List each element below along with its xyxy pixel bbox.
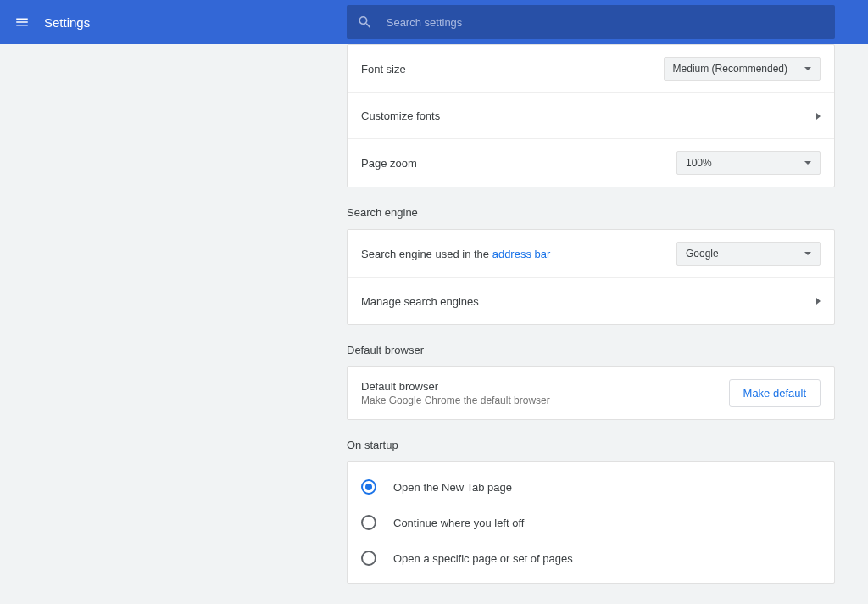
settings-content: Font size Medium (Recommended) Customize…: [347, 44, 835, 604]
startup-option-new-tab[interactable]: Open the New Tab page: [348, 469, 834, 505]
manage-search-engines-label: Manage search engines: [361, 295, 479, 308]
search-engine-section-title: Search engine: [347, 206, 835, 219]
startup-option-continue[interactable]: Continue where you left off: [348, 505, 834, 540]
search-engine-used-label: Search engine used in the address bar: [361, 248, 550, 260]
chevron-down-icon: [804, 67, 811, 70]
header-bar: Settings: [0, 0, 868, 44]
startup-opt3-label: Open a specific page or set of pages: [393, 552, 573, 565]
search-container: [347, 5, 835, 39]
search-engine-used-prefix: Search engine used in the: [361, 248, 492, 260]
chevron-down-icon: [804, 252, 811, 255]
page-zoom-value: 100%: [686, 157, 712, 169]
search-engine-select[interactable]: Google: [676, 242, 821, 266]
address-bar-link[interactable]: address bar: [492, 248, 551, 260]
startup-section-title: On startup: [347, 439, 835, 451]
default-browser-row: Default browser Make Google Chrome the d…: [348, 367, 834, 419]
font-size-label: Font size: [361, 63, 406, 76]
default-browser-row-sub: Make Google Chrome the default browser: [361, 394, 550, 406]
search-icon: [357, 14, 373, 31]
search-engine-used-row[interactable]: Search engine used in the address bar Go…: [348, 230, 834, 278]
radio-selected-icon[interactable]: [361, 479, 376, 495]
chevron-right-icon: [816, 298, 821, 305]
make-default-button[interactable]: Make default: [729, 379, 821, 407]
search-engine-card: Search engine used in the address bar Go…: [347, 229, 835, 325]
default-browser-section-title: Default browser: [347, 344, 835, 356]
page-zoom-row[interactable]: Page zoom 100%: [348, 139, 834, 187]
default-browser-row-title: Default browser: [361, 380, 550, 393]
default-browser-card: Default browser Make Google Chrome the d…: [347, 366, 835, 420]
menu-button[interactable]: [8, 8, 36, 36]
hamburger-icon: [14, 14, 30, 30]
page-zoom-select[interactable]: 100%: [676, 151, 821, 175]
startup-card: Open the New Tab page Continue where you…: [347, 461, 835, 584]
header-title: Settings: [44, 15, 90, 30]
search-engine-value: Google: [686, 248, 719, 260]
manage-search-engines-row[interactable]: Manage search engines: [348, 278, 834, 324]
page-zoom-label: Page zoom: [361, 157, 417, 170]
customize-fonts-label: Customize fonts: [361, 109, 440, 122]
font-size-select[interactable]: Medium (Recommended): [664, 57, 821, 81]
startup-opt1-label: Open the New Tab page: [393, 481, 512, 494]
radio-unselected-icon[interactable]: [361, 551, 376, 566]
appearance-card: Font size Medium (Recommended) Customize…: [347, 44, 835, 187]
customize-fonts-row[interactable]: Customize fonts: [348, 93, 834, 139]
font-size-value: Medium (Recommended): [673, 63, 787, 75]
font-size-row[interactable]: Font size Medium (Recommended): [348, 45, 834, 93]
radio-unselected-icon[interactable]: [361, 515, 376, 530]
chevron-down-icon: [804, 161, 811, 165]
startup-opt2-label: Continue where you left off: [393, 517, 524, 529]
search-input[interactable]: [387, 16, 825, 29]
chevron-right-icon: [816, 113, 821, 120]
startup-option-specific[interactable]: Open a specific page or set of pages: [348, 540, 834, 576]
